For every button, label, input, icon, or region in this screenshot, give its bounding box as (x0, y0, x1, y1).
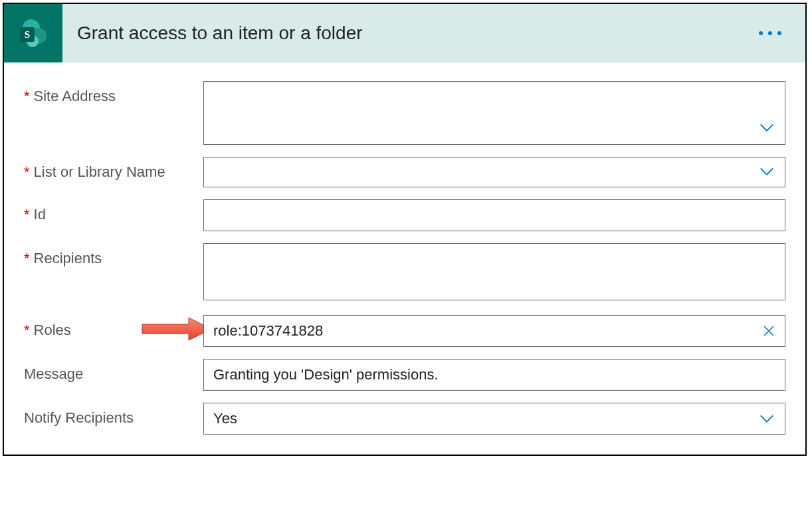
row-id: * Id (24, 199, 785, 231)
card-title: Grant access to an item or a folder (77, 23, 363, 44)
site-address-combobox[interactable] (203, 81, 785, 145)
close-icon (761, 323, 777, 339)
row-roles: * Roles (24, 315, 785, 347)
row-recipients: * Recipients (24, 243, 785, 303)
form-body: * Site Address * List or Library Name (4, 62, 805, 455)
row-message: Message (24, 359, 785, 391)
required-asterisk: * (24, 163, 30, 181)
roles-input[interactable] (203, 315, 785, 347)
notify-combobox[interactable] (203, 403, 785, 435)
label-roles: * Roles (24, 315, 203, 339)
required-asterisk: * (24, 250, 30, 267)
row-list-name: * List or Library Name (24, 157, 785, 187)
id-input[interactable] (203, 199, 785, 231)
label-id: * Id (24, 199, 203, 223)
sharepoint-icon: S (16, 16, 51, 51)
required-asterisk: * (24, 88, 30, 105)
clear-roles-button[interactable] (759, 321, 779, 341)
ellipsis-icon (759, 31, 763, 35)
action-card: S Grant access to an item or a folder * … (3, 3, 807, 456)
required-asterisk: * (24, 322, 30, 339)
recipients-input[interactable] (203, 243, 785, 300)
label-message: Message (24, 359, 203, 383)
list-name-combobox[interactable] (203, 157, 785, 187)
row-site-address: * Site Address (24, 81, 785, 145)
message-input[interactable] (203, 359, 785, 391)
label-list-name: * List or Library Name (24, 157, 203, 181)
svg-text:S: S (25, 29, 30, 40)
label-recipients: * Recipients (24, 243, 203, 267)
label-notify: Notify Recipients (24, 403, 203, 427)
row-notify: Notify Recipients (24, 403, 785, 435)
card-header: S Grant access to an item or a folder (4, 4, 805, 62)
sharepoint-logo: S (4, 4, 62, 62)
label-site-address: * Site Address (24, 81, 203, 105)
more-menu-button[interactable] (754, 26, 787, 41)
required-asterisk: * (24, 206, 30, 223)
